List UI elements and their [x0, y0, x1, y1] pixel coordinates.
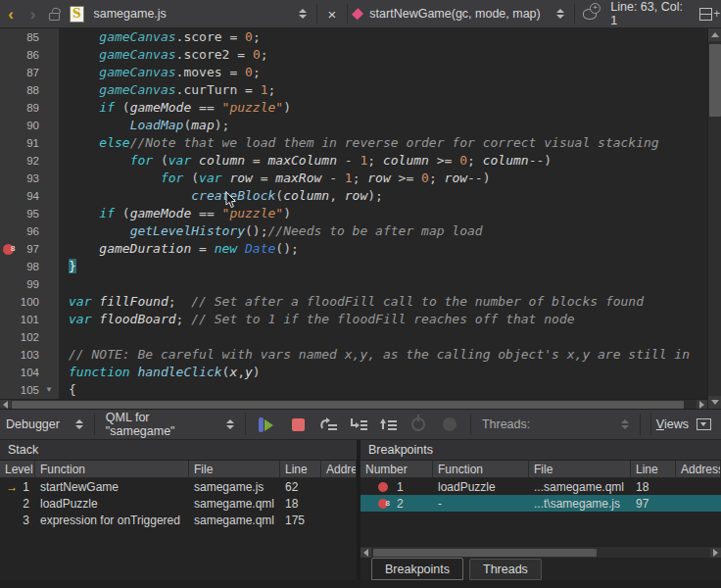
gutter[interactable]: 101	[0, 311, 59, 328]
vertical-scrollbar-thumb[interactable]	[709, 44, 721, 117]
horizontal-scrollbar-thumb[interactable]	[373, 549, 597, 557]
scroll-right-button[interactable]	[710, 548, 721, 558]
editor-horizontal-scrollbar[interactable]	[0, 399, 707, 409]
code-line-86[interactable]: 86 gameCanvas.score2 = 0;	[0, 46, 707, 64]
gutter[interactable]: 100	[0, 293, 59, 311]
split-editor-button[interactable]: +	[699, 2, 721, 25]
gutter[interactable]: 91	[0, 134, 59, 152]
gutter[interactable]: 95	[0, 205, 59, 222]
column-header-address[interactable]: Address	[676, 461, 721, 477]
tab-breakpoints[interactable]: Breakpoints	[371, 558, 463, 580]
gutter[interactable]: 93	[0, 170, 59, 187]
debug-engine-combo[interactable]: QML for "samegame"	[100, 411, 241, 438]
column-header-line[interactable]: Line	[631, 461, 676, 477]
column-header-file[interactable]: File	[189, 461, 280, 477]
stop-button[interactable]	[287, 413, 309, 436]
column-header-function[interactable]: Function	[433, 461, 529, 477]
gutter[interactable]: 87	[0, 64, 59, 81]
code-line-97[interactable]: 97 gameDuration = new Date();	[0, 240, 707, 258]
stack-row[interactable]: 2loadPuzzlesamegame.qml18	[0, 495, 357, 512]
code-line-87[interactable]: 87 gameCanvas.moves = 0;	[0, 64, 707, 81]
gutter[interactable]: 85	[0, 28, 59, 46]
scroll-up-button[interactable]	[708, 28, 721, 41]
code-line-102[interactable]: 102	[0, 328, 707, 346]
code-text: else//Note that we load them in reverse …	[59, 134, 707, 152]
gutter[interactable]: 94	[0, 187, 59, 205]
code-line-105[interactable]: 105▼{	[0, 381, 707, 399]
gutter[interactable]: 104	[0, 364, 59, 381]
breakpoint-row[interactable]: 2-...t\samegame.js97	[360, 495, 721, 512]
step-out-button[interactable]	[377, 413, 399, 436]
gutter[interactable]: 99	[0, 275, 59, 293]
step-into-button[interactable]	[348, 413, 369, 436]
gutter[interactable]: 105▼	[0, 381, 59, 399]
breakpoint-pending-icon[interactable]	[3, 244, 14, 255]
code-line-88[interactable]: 88 gameCanvas.curTurn = 1;	[0, 81, 707, 99]
column-header-function[interactable]: Function	[35, 461, 189, 477]
toolbar-separator	[640, 414, 641, 435]
breakpoint-row[interactable]: 1loadPuzzle...samegame.qml18	[360, 478, 721, 495]
stack-row[interactable]: →1startNewGamesamegame.js62	[0, 478, 357, 495]
gutter[interactable]: 92	[0, 152, 59, 170]
stack-table-header[interactable]: LevelFunctionFileLineAddress	[0, 461, 357, 478]
line-number: 90	[16, 117, 39, 134]
gutter[interactable]: 90	[0, 117, 59, 134]
debugger-perspective-combo[interactable]: Debugger	[0, 411, 89, 438]
navigate-forward-button[interactable]: ›	[22, 2, 43, 25]
gutter[interactable]: 89	[0, 99, 59, 117]
line-number: 97	[16, 240, 39, 258]
scroll-right-button[interactable]	[697, 400, 707, 409]
scroll-left-button[interactable]	[0, 400, 11, 409]
code-line-92[interactable]: 92 for (var column = maxColumn - 1; colu…	[0, 152, 707, 170]
code-line-95[interactable]: 95 if (gameMode == "puzzle")	[0, 205, 707, 222]
step-over-button[interactable]	[318, 413, 340, 436]
code-line-98[interactable]: 98}	[0, 258, 707, 275]
column-header-file[interactable]: File	[529, 461, 631, 477]
gutter[interactable]: 98	[0, 258, 59, 275]
gutter[interactable]: 86	[0, 46, 59, 64]
code-line-90[interactable]: 90 LoadMap(map);	[0, 117, 707, 134]
threads-combo[interactable]: Threads:	[476, 411, 635, 438]
column-header-address[interactable]: Address	[321, 461, 357, 477]
column-header-level[interactable]: Level	[0, 461, 35, 477]
stack-row[interactable]: 3expression for onTriggeredsamegame.qml1…	[0, 512, 357, 528]
code-line-91[interactable]: 91 else//Note that we load them in rever…	[0, 134, 707, 152]
continue-button[interactable]	[256, 413, 277, 436]
file-lock-button[interactable]	[44, 2, 66, 25]
fold-marker-icon[interactable]: ▼	[39, 381, 59, 399]
gutter[interactable]: 88	[0, 81, 59, 99]
code-line-85[interactable]: 85 gameCanvas.score = 0;	[0, 28, 707, 46]
gutter[interactable]: 102	[0, 328, 59, 346]
code-line-100[interactable]: 100var fillFound; // Set after a floodFi…	[0, 293, 707, 311]
code-line-89[interactable]: 89 if (gameMode == "puzzle")	[0, 99, 707, 117]
open-document-combo[interactable]: samegame.js	[88, 0, 312, 27]
column-header-number[interactable]: Number	[360, 461, 433, 477]
breakpoint-cell-file: ...t\samegame.js	[529, 497, 631, 511]
gutter[interactable]: 97	[0, 240, 59, 258]
code-line-101[interactable]: 101var floodBoard; // Set to 1 if the fl…	[0, 311, 707, 328]
code-line-96[interactable]: 96 getLevelHistory();//Needs to be after…	[0, 222, 707, 240]
interrupt-button[interactable]	[439, 413, 460, 436]
code-line-103[interactable]: 103// NOTE: Be careful with vars named x…	[0, 346, 707, 364]
gutter[interactable]: 103	[0, 346, 59, 364]
navigate-back-button[interactable]: ‹	[0, 2, 22, 25]
gutter[interactable]: 96	[0, 222, 59, 240]
breakpoints-horizontal-scrollbar[interactable]	[360, 546, 721, 558]
close-document-button[interactable]: ×	[321, 2, 343, 25]
scroll-down-button[interactable]	[708, 396, 721, 409]
editor-vertical-scrollbar[interactable]	[707, 28, 721, 409]
tab-threads[interactable]: Threads	[469, 559, 542, 580]
scroll-left-button[interactable]	[360, 548, 371, 558]
annotation-button[interactable]	[579, 2, 601, 25]
code-editor[interactable]: 85 gameCanvas.score = 0;86 gameCanvas.sc…	[0, 28, 707, 399]
views-menu-button[interactable]: Views	[656, 417, 711, 431]
code-line-93[interactable]: 93 for (var row = maxRow - 1; row >= 0; …	[0, 170, 707, 187]
column-header-line[interactable]: Line	[280, 461, 321, 477]
restart-button[interactable]	[408, 413, 429, 436]
code-line-104[interactable]: 104function handleClick(x,y)	[0, 364, 707, 381]
symbol-combo[interactable]: startNewGame(gc, mode, map)	[363, 0, 570, 27]
horizontal-scrollbar-thumb[interactable]	[12, 401, 684, 409]
code-line-94[interactable]: 94 createBlock(column, row);	[0, 187, 707, 205]
breakpoints-table-header[interactable]: NumberFunctionFileLineAddress	[360, 461, 721, 478]
code-line-99[interactable]: 99	[0, 275, 707, 293]
